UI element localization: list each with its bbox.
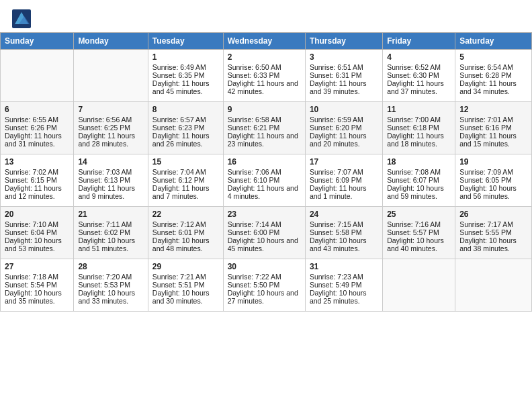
day-header-monday: Monday (74, 33, 148, 50)
calendar-cell (455, 259, 532, 312)
day-number: 14 (78, 157, 143, 167)
calendar-cell: 17Sunrise: 7:07 AMSunset: 6:09 PMDayligh… (305, 154, 382, 207)
day-number: 20 (5, 210, 69, 219)
sunrise-text: Sunrise: 6:50 AM (228, 63, 301, 71)
calendar-cell: 28Sunrise: 7:20 AMSunset: 5:53 PMDayligh… (74, 259, 148, 312)
calendar-cell: 10Sunrise: 6:59 AMSunset: 6:20 PMDayligh… (305, 102, 382, 154)
daylight-text: Daylight: 11 hours and 34 minutes. (459, 79, 527, 95)
sunset-text: Sunset: 6:07 PM (387, 176, 451, 184)
day-number: 31 (310, 262, 378, 271)
sunrise-text: Sunrise: 7:12 AM (152, 220, 219, 228)
daylight-text: Daylight: 11 hours and 12 minutes. (5, 184, 69, 200)
calendar-week-row: 13Sunrise: 7:02 AMSunset: 6:15 PMDayligh… (1, 154, 532, 207)
day-number: 10 (310, 105, 378, 114)
sunset-text: Sunset: 5:58 PM (310, 228, 378, 236)
daylight-text: Daylight: 11 hours and 9 minutes. (78, 184, 143, 200)
sunset-text: Sunset: 5:53 PM (78, 281, 143, 289)
calendar-cell: 15Sunrise: 7:04 AMSunset: 6:12 PMDayligh… (148, 154, 223, 207)
calendar-cell (383, 259, 455, 312)
calendar-week-row: 1Sunrise: 6:49 AMSunset: 6:35 PMDaylight… (1, 50, 532, 102)
sunrise-text: Sunrise: 7:06 AM (228, 168, 301, 176)
sunset-text: Sunset: 5:51 PM (152, 281, 219, 289)
sunset-text: Sunset: 6:15 PM (5, 176, 69, 184)
day-header-wednesday: Wednesday (223, 33, 305, 50)
calendar-cell: 22Sunrise: 7:12 AMSunset: 6:01 PMDayligh… (148, 207, 223, 259)
sunset-text: Sunset: 6:35 PM (152, 71, 219, 79)
daylight-text: Daylight: 10 hours and 51 minutes. (78, 236, 143, 253)
calendar-cell: 7Sunrise: 6:56 AMSunset: 6:25 PMDaylight… (74, 102, 148, 154)
calendar-cell: 4Sunrise: 6:52 AMSunset: 6:30 PMDaylight… (383, 50, 455, 102)
calendar-cell: 3Sunrise: 6:51 AMSunset: 6:31 PMDaylight… (305, 50, 382, 102)
daylight-text: Daylight: 11 hours and 23 minutes. (228, 132, 301, 148)
sunrise-text: Sunrise: 6:54 AM (459, 63, 527, 71)
daylight-text: Daylight: 10 hours and 25 minutes. (310, 289, 378, 305)
day-number: 9 (228, 105, 301, 114)
daylight-text: Daylight: 11 hours and 1 minute. (310, 184, 378, 200)
logo (12, 9, 32, 28)
sunrise-text: Sunrise: 7:10 AM (5, 220, 69, 228)
sunset-text: Sunset: 6:05 PM (459, 176, 527, 184)
calendar-table: SundayMondayTuesdayWednesdayThursdayFrid… (0, 32, 532, 312)
day-number: 23 (228, 210, 301, 219)
sunset-text: Sunset: 6:28 PM (459, 71, 527, 79)
daylight-text: Daylight: 11 hours and 4 minutes. (228, 184, 301, 200)
sunrise-text: Sunrise: 6:52 AM (387, 63, 451, 71)
daylight-text: Daylight: 10 hours and 53 minutes. (5, 236, 69, 253)
sunrise-text: Sunrise: 7:09 AM (459, 168, 527, 176)
sunset-text: Sunset: 6:04 PM (5, 228, 69, 236)
daylight-text: Daylight: 11 hours and 42 minutes. (228, 79, 301, 95)
sunrise-text: Sunrise: 7:20 AM (78, 273, 143, 281)
calendar-cell: 2Sunrise: 6:50 AMSunset: 6:33 PMDaylight… (223, 50, 305, 102)
sunset-text: Sunset: 5:50 PM (228, 281, 301, 289)
sunrise-text: Sunrise: 7:07 AM (310, 168, 378, 176)
sunrise-text: Sunrise: 7:23 AM (310, 273, 378, 281)
daylight-text: Daylight: 10 hours and 59 minutes. (387, 184, 451, 200)
calendar-cell: 8Sunrise: 6:57 AMSunset: 6:23 PMDaylight… (148, 102, 223, 154)
daylight-text: Daylight: 11 hours and 37 minutes. (387, 79, 451, 95)
daylight-text: Daylight: 11 hours and 31 minutes. (5, 132, 69, 148)
sunrise-text: Sunrise: 6:59 AM (310, 116, 378, 124)
day-number: 25 (387, 210, 451, 219)
sunset-text: Sunset: 5:49 PM (310, 281, 378, 289)
daylight-text: Daylight: 10 hours and 30 minutes. (152, 289, 219, 305)
day-number: 6 (5, 105, 69, 114)
sunset-text: Sunset: 6:00 PM (228, 228, 301, 236)
calendar-week-row: 27Sunrise: 7:18 AMSunset: 5:54 PMDayligh… (1, 259, 532, 312)
calendar-cell (1, 50, 74, 102)
calendar-cell: 20Sunrise: 7:10 AMSunset: 6:04 PMDayligh… (1, 207, 74, 259)
calendar-cell: 30Sunrise: 7:22 AMSunset: 5:50 PMDayligh… (223, 259, 305, 312)
sunset-text: Sunset: 5:57 PM (387, 228, 451, 236)
calendar-cell: 16Sunrise: 7:06 AMSunset: 6:10 PMDayligh… (223, 154, 305, 207)
sunrise-text: Sunrise: 7:01 AM (459, 116, 527, 124)
sunset-text: Sunset: 6:23 PM (152, 124, 219, 132)
calendar-cell: 18Sunrise: 7:08 AMSunset: 6:07 PMDayligh… (383, 154, 455, 207)
day-number: 21 (78, 210, 143, 219)
sunset-text: Sunset: 6:02 PM (78, 228, 143, 236)
day-number: 17 (310, 157, 378, 167)
sunrise-text: Sunrise: 7:16 AM (387, 220, 451, 228)
calendar-cell: 12Sunrise: 7:01 AMSunset: 6:16 PMDayligh… (455, 102, 532, 154)
sunrise-text: Sunrise: 6:57 AM (152, 116, 219, 124)
day-number: 3 (310, 52, 378, 62)
sunset-text: Sunset: 6:26 PM (5, 124, 69, 132)
daylight-text: Daylight: 11 hours and 7 minutes. (152, 184, 219, 200)
daylight-text: Daylight: 11 hours and 28 minutes. (78, 132, 143, 148)
sunrise-text: Sunrise: 7:22 AM (228, 273, 301, 281)
day-number: 22 (152, 210, 219, 219)
calendar-cell: 25Sunrise: 7:16 AMSunset: 5:57 PMDayligh… (383, 207, 455, 259)
day-number: 1 (152, 52, 219, 62)
daylight-text: Daylight: 10 hours and 56 minutes. (459, 184, 527, 200)
daylight-text: Daylight: 11 hours and 15 minutes. (459, 132, 527, 148)
sunrise-text: Sunrise: 7:04 AM (152, 168, 219, 176)
daylight-text: Daylight: 11 hours and 20 minutes. (310, 132, 378, 148)
calendar-cell: 11Sunrise: 7:00 AMSunset: 6:18 PMDayligh… (383, 102, 455, 154)
day-number: 12 (459, 105, 527, 114)
sunset-text: Sunset: 6:33 PM (228, 71, 301, 79)
calendar-week-row: 6Sunrise: 6:55 AMSunset: 6:26 PMDaylight… (1, 102, 532, 154)
calendar-cell: 31Sunrise: 7:23 AMSunset: 5:49 PMDayligh… (305, 259, 382, 312)
day-number: 8 (152, 105, 219, 114)
daylight-text: Daylight: 10 hours and 40 minutes. (387, 236, 451, 253)
day-header-friday: Friday (383, 33, 455, 50)
sunrise-text: Sunrise: 6:49 AM (152, 63, 219, 71)
sunset-text: Sunset: 6:16 PM (459, 124, 527, 132)
